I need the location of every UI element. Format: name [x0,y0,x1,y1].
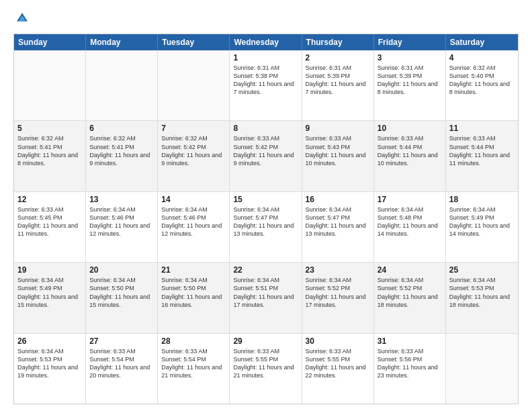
cell-info: Sunrise: 6:34 AMSunset: 5:46 PMDaylight:… [89,205,154,238]
cell-info: Sunrise: 6:33 AMSunset: 5:56 PMDaylight:… [378,347,442,380]
cell-info: Sunrise: 6:34 AMSunset: 5:47 PMDaylight:… [233,205,298,238]
day-number: 30 [306,336,370,346]
cell-info: Sunrise: 6:34 AMSunset: 5:50 PMDaylight:… [161,276,226,309]
calendar-cell: 26Sunrise: 6:34 AMSunset: 5:53 PMDayligh… [14,334,86,404]
calendar-cell: 17Sunrise: 6:34 AMSunset: 5:48 PMDayligh… [374,192,446,262]
cell-info: Sunrise: 6:32 AMSunset: 5:41 PMDaylight:… [89,134,154,167]
day-number: 20 [89,265,154,275]
cell-info: Sunrise: 6:34 AMSunset: 5:49 PMDaylight:… [449,205,515,238]
day-number: 22 [233,265,298,275]
day-number: 31 [378,336,442,346]
day-number: 25 [449,265,515,275]
cell-info: Sunrise: 6:34 AMSunset: 5:51 PMDaylight:… [233,276,298,309]
calendar-cell [86,50,158,120]
calendar-cell [14,50,86,120]
cell-info: Sunrise: 6:34 AMSunset: 5:47 PMDaylight:… [306,205,370,238]
day-number: 24 [378,265,442,275]
weekday-header: Monday [86,34,158,50]
page-header [13,11,519,28]
day-number: 12 [17,195,82,204]
day-number: 27 [89,336,154,346]
calendar-cell: 7Sunrise: 6:32 AMSunset: 5:42 PMDaylight… [158,121,230,191]
cell-info: Sunrise: 6:33 AMSunset: 5:55 PMDaylight:… [306,347,370,380]
day-number: 19 [17,265,82,275]
calendar-row: 1Sunrise: 6:31 AMSunset: 5:38 PMDaylight… [14,50,518,121]
cell-info: Sunrise: 6:33 AMSunset: 5:44 PMDaylight:… [378,134,442,167]
day-number: 13 [89,195,154,204]
calendar-cell: 9Sunrise: 6:33 AMSunset: 5:43 PMDaylight… [302,121,374,191]
day-number: 7 [161,124,226,133]
weekday-header: Tuesday [158,34,230,50]
cell-info: Sunrise: 6:34 AMSunset: 5:49 PMDaylight:… [17,276,82,309]
calendar-cell: 16Sunrise: 6:34 AMSunset: 5:47 PMDayligh… [302,192,374,262]
day-number: 11 [449,124,515,133]
calendar-cell: 19Sunrise: 6:34 AMSunset: 5:49 PMDayligh… [14,263,86,332]
day-number: 10 [378,124,442,133]
cell-info: Sunrise: 6:33 AMSunset: 5:45 PMDaylight:… [17,205,82,238]
logo [13,11,30,28]
day-number: 16 [306,195,370,204]
day-number: 2 [306,53,370,62]
calendar-cell: 1Sunrise: 6:31 AMSunset: 5:38 PMDaylight… [230,50,302,120]
cell-info: Sunrise: 6:34 AMSunset: 5:52 PMDaylight:… [306,276,370,309]
calendar-cell [158,50,230,120]
weekday-header: Sunday [14,34,86,50]
day-number: 23 [306,265,370,275]
weekday-header: Thursday [302,34,374,50]
day-number: 6 [89,124,154,133]
weekday-header: Saturday [446,34,518,50]
calendar-cell: 27Sunrise: 6:33 AMSunset: 5:54 PMDayligh… [86,334,158,404]
day-number: 4 [449,53,515,62]
calendar-cell: 22Sunrise: 6:34 AMSunset: 5:51 PMDayligh… [230,263,302,332]
calendar-cell: 14Sunrise: 6:34 AMSunset: 5:46 PMDayligh… [158,192,230,262]
day-number: 18 [449,195,515,204]
cell-info: Sunrise: 6:34 AMSunset: 5:48 PMDaylight:… [378,205,442,238]
calendar-cell: 5Sunrise: 6:32 AMSunset: 5:41 PMDaylight… [14,121,86,191]
day-number: 26 [17,336,82,346]
calendar: SundayMondayTuesdayWednesdayThursdayFrid… [13,34,519,404]
cell-info: Sunrise: 6:31 AMSunset: 5:39 PMDaylight:… [306,64,370,97]
day-number: 9 [306,124,370,133]
logo-icon [15,11,30,26]
day-number: 15 [233,195,298,204]
cell-info: Sunrise: 6:32 AMSunset: 5:40 PMDaylight:… [449,64,515,97]
calendar-row: 26Sunrise: 6:34 AMSunset: 5:53 PMDayligh… [14,334,518,404]
calendar-cell: 13Sunrise: 6:34 AMSunset: 5:46 PMDayligh… [86,192,158,262]
day-number: 14 [161,195,226,204]
calendar-cell: 23Sunrise: 6:34 AMSunset: 5:52 PMDayligh… [302,263,374,332]
calendar-page: SundayMondayTuesdayWednesdayThursdayFrid… [0,0,532,411]
calendar-cell: 6Sunrise: 6:32 AMSunset: 5:41 PMDaylight… [86,121,158,191]
weekday-header: Wednesday [230,34,302,50]
cell-info: Sunrise: 6:31 AMSunset: 5:39 PMDaylight:… [378,64,442,97]
calendar-cell: 18Sunrise: 6:34 AMSunset: 5:49 PMDayligh… [446,192,518,262]
calendar-cell: 29Sunrise: 6:33 AMSunset: 5:55 PMDayligh… [230,334,302,404]
cell-info: Sunrise: 6:32 AMSunset: 5:41 PMDaylight:… [17,134,82,167]
cell-info: Sunrise: 6:34 AMSunset: 5:53 PMDaylight:… [449,276,515,309]
calendar-cell [446,334,518,404]
calendar-row: 5Sunrise: 6:32 AMSunset: 5:41 PMDaylight… [14,121,518,191]
day-number: 28 [161,336,226,346]
day-number: 21 [161,265,226,275]
calendar-cell: 25Sunrise: 6:34 AMSunset: 5:53 PMDayligh… [446,263,518,332]
calendar-cell: 4Sunrise: 6:32 AMSunset: 5:40 PMDaylight… [446,50,518,120]
cell-info: Sunrise: 6:33 AMSunset: 5:54 PMDaylight:… [89,347,154,380]
cell-info: Sunrise: 6:34 AMSunset: 5:52 PMDaylight:… [378,276,442,309]
day-number: 5 [17,124,82,133]
calendar-cell: 3Sunrise: 6:31 AMSunset: 5:39 PMDaylight… [374,50,446,120]
cell-info: Sunrise: 6:31 AMSunset: 5:38 PMDaylight:… [233,64,298,97]
day-number: 29 [233,336,298,346]
calendar-cell: 8Sunrise: 6:33 AMSunset: 5:42 PMDaylight… [230,121,302,191]
weekday-header: Friday [374,34,446,50]
cell-info: Sunrise: 6:33 AMSunset: 5:54 PMDaylight:… [161,347,226,380]
day-number: 17 [378,195,442,204]
calendar-cell: 12Sunrise: 6:33 AMSunset: 5:45 PMDayligh… [14,192,86,262]
calendar-cell: 24Sunrise: 6:34 AMSunset: 5:52 PMDayligh… [374,263,446,332]
cell-info: Sunrise: 6:34 AMSunset: 5:46 PMDaylight:… [161,205,226,238]
cell-info: Sunrise: 6:34 AMSunset: 5:50 PMDaylight:… [89,276,154,309]
cell-info: Sunrise: 6:34 AMSunset: 5:53 PMDaylight:… [17,347,82,380]
cell-info: Sunrise: 6:32 AMSunset: 5:42 PMDaylight:… [161,134,226,167]
calendar-row: 12Sunrise: 6:33 AMSunset: 5:45 PMDayligh… [14,192,518,263]
cell-info: Sunrise: 6:33 AMSunset: 5:42 PMDaylight:… [233,134,298,167]
calendar-cell: 2Sunrise: 6:31 AMSunset: 5:39 PMDaylight… [302,50,374,120]
calendar-cell: 28Sunrise: 6:33 AMSunset: 5:54 PMDayligh… [158,334,230,404]
